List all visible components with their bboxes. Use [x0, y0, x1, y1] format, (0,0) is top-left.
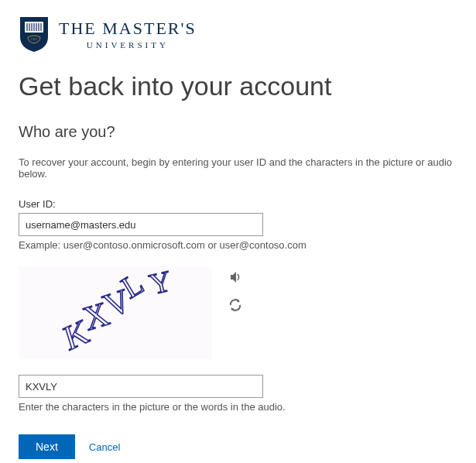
svg-text:1927: 1927 [31, 37, 39, 41]
captcha-input-block: Enter the characters in the picture or t… [19, 375, 457, 413]
refresh-icon[interactable] [228, 297, 243, 313]
user-id-input[interactable] [19, 213, 263, 236]
captcha-controls [228, 266, 243, 313]
logo-sub-text: UNIVERSITY [59, 40, 197, 50]
instruction-text: To recover your account, begin by enteri… [19, 156, 457, 180]
logo-main-text: THE MASTER'S [59, 19, 197, 39]
page-title: Get back into your account [19, 71, 457, 101]
captcha-helper: Enter the characters in the picture or t… [19, 401, 457, 413]
user-id-example: Example: user@contoso.onmicrosoft.com or… [19, 239, 457, 251]
next-button[interactable]: Next [19, 434, 75, 459]
logo-area: 1927 THE MASTER'S UNIVERSITY [19, 15, 457, 53]
button-row: Next Cancel [19, 434, 457, 459]
logo-text: THE MASTER'S UNIVERSITY [59, 19, 197, 50]
page-subtitle: Who are you? [19, 123, 457, 141]
user-id-label: User ID: [19, 198, 457, 210]
shield-logo: 1927 [19, 15, 50, 53]
captcha-image: K X V L Y [19, 266, 212, 359]
captcha-row: K X V L Y [19, 266, 457, 359]
cancel-link[interactable]: Cancel [89, 441, 120, 453]
audio-icon[interactable] [228, 269, 243, 285]
captcha-input[interactable] [19, 375, 263, 398]
svg-text:Y: Y [146, 266, 174, 300]
user-id-block: User ID: Example: user@contoso.onmicroso… [19, 198, 457, 251]
